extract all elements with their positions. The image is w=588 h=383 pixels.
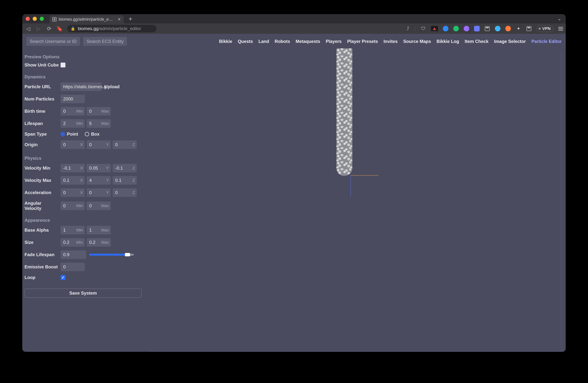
nav-bikkie[interactable]: Bikkie bbox=[219, 39, 232, 44]
angular-velocity-max-input[interactable]: 0Max bbox=[87, 202, 111, 210]
pip-icon[interactable] bbox=[485, 26, 490, 31]
admin-nav: Bikkie Quests Land Robots Metaquests Pla… bbox=[219, 39, 562, 44]
num-particles-input[interactable]: 2000 bbox=[61, 95, 85, 103]
nav-robots[interactable]: Robots bbox=[275, 39, 290, 44]
brave-rewards-icon[interactable] bbox=[431, 26, 438, 31]
label: Size bbox=[24, 240, 59, 245]
bookmark-icon[interactable]: 🔖 bbox=[56, 26, 63, 32]
extension-icon[interactable] bbox=[495, 26, 501, 31]
tab-title: biomes.gg/admin/particle_editc bbox=[59, 17, 114, 22]
birth-time-min-input[interactable]: 0Min bbox=[61, 107, 85, 116]
velocity-min-z-input[interactable]: -0.1Z bbox=[113, 164, 137, 172]
origin-x-input[interactable]: 0X bbox=[61, 141, 85, 149]
extension-icon[interactable] bbox=[464, 26, 469, 31]
row-lifespan: Lifespan 2Min 5Max bbox=[24, 117, 147, 130]
nav-players[interactable]: Players bbox=[326, 39, 342, 44]
close-window-button[interactable] bbox=[26, 17, 30, 21]
velocity-max-y-input[interactable]: 4Y bbox=[87, 176, 111, 185]
row-origin: Origin 0X 0Y 0Z bbox=[24, 139, 147, 151]
origin-z-input[interactable]: 0Z bbox=[113, 141, 137, 149]
acceleration-z-input[interactable]: 0Z bbox=[113, 188, 137, 197]
particle-preview bbox=[336, 48, 352, 176]
nav-player-presets[interactable]: Player Presets bbox=[347, 39, 378, 44]
save-system-button[interactable]: Save System bbox=[24, 289, 142, 298]
new-tab-button[interactable]: + bbox=[129, 16, 132, 22]
nav-bikkie-log[interactable]: Bikkie Log bbox=[437, 39, 459, 44]
label: Base Alpha bbox=[24, 227, 59, 233]
lifespan-max-input[interactable]: 5Max bbox=[87, 119, 111, 128]
base-alpha-min-input[interactable]: 1Min bbox=[61, 226, 85, 234]
row-birth-time: Birth time 0Min 0Max bbox=[24, 105, 147, 117]
span-type-point-radio[interactable]: Point bbox=[61, 132, 78, 137]
birth-time-max-input[interactable]: 0Max bbox=[87, 107, 111, 116]
menu-icon[interactable] bbox=[558, 27, 563, 30]
titlebar: biomes.gg/admin/particle_editc ✕ + ⌄ bbox=[22, 14, 566, 23]
section-preview-options: Preview Options bbox=[24, 54, 147, 60]
url-field[interactable]: 🔒 biomes.gg/admin/particle_editor bbox=[67, 25, 156, 32]
origin-y-input[interactable]: 0Y bbox=[87, 141, 111, 149]
span-type-box-radio[interactable]: Box bbox=[85, 132, 99, 137]
extension-icon[interactable] bbox=[505, 26, 511, 31]
nav-quests[interactable]: Quests bbox=[238, 39, 253, 44]
upload-button[interactable]: Upload bbox=[105, 84, 120, 89]
row-span-type: Span Type Point Box bbox=[24, 130, 147, 139]
lifespan-min-input[interactable]: 2Min bbox=[61, 119, 85, 128]
minimize-window-button[interactable] bbox=[33, 17, 37, 21]
nav-image-selector[interactable]: Image Selector bbox=[494, 39, 526, 44]
preview-canvas[interactable] bbox=[149, 51, 561, 352]
sidebar-icon[interactable] bbox=[526, 26, 531, 31]
show-unit-cube-checkbox[interactable] bbox=[61, 62, 65, 67]
back-icon[interactable]: ◁ bbox=[25, 26, 32, 32]
extension-icon[interactable] bbox=[443, 26, 448, 31]
angular-velocity-min-input[interactable]: 0Min bbox=[61, 202, 85, 210]
share-icon[interactable]: ⤴︎ bbox=[405, 26, 411, 31]
reload-icon[interactable]: ⟳ bbox=[46, 26, 52, 32]
velocity-max-z-input[interactable]: 0.1Z bbox=[113, 176, 137, 185]
size-max-input[interactable]: 0.2Max bbox=[87, 238, 111, 247]
url-text: biomes.gg/admin/particle_editor bbox=[78, 26, 141, 31]
nav-invites[interactable]: Invites bbox=[384, 39, 398, 44]
maximize-window-button[interactable] bbox=[40, 17, 44, 21]
row-show-unit-cube: Show Unit Cube bbox=[24, 60, 147, 69]
particle-url-input[interactable]: https://static.biomes.g bbox=[61, 82, 102, 91]
close-tab-icon[interactable]: ✕ bbox=[117, 17, 122, 21]
search-ecs-input[interactable]: Search ECS Entity bbox=[83, 37, 127, 46]
tabs-overflow-icon[interactable]: ⌄ bbox=[558, 16, 561, 21]
nav-item-check[interactable]: Item Check bbox=[465, 39, 488, 44]
label: Velocity Min bbox=[24, 165, 59, 171]
fade-lifespan-slider[interactable] bbox=[89, 254, 134, 256]
extensions-icon[interactable]: ✦ bbox=[516, 26, 521, 31]
lock-icon: 🔒 bbox=[71, 26, 75, 31]
base-alpha-max-input[interactable]: 1Max bbox=[87, 226, 111, 234]
acceleration-y-input[interactable]: 0Y bbox=[87, 188, 111, 197]
fade-lifespan-input[interactable]: 0.9 bbox=[61, 250, 86, 259]
vpn-button[interactable]: VPN bbox=[537, 25, 553, 32]
address-bar: ◁ ▷ ⟳ 🔖 🔒 biomes.gg/admin/particle_edito… bbox=[22, 23, 566, 34]
vpn-label: VPN bbox=[542, 26, 551, 31]
loop-checkbox[interactable] bbox=[61, 275, 65, 280]
window-controls bbox=[26, 17, 44, 21]
extension-icon[interactable] bbox=[474, 26, 480, 31]
row-fade-lifespan: Fade Lifespan 0.9 bbox=[24, 248, 147, 261]
row-acceleration: Acceleration 0X 0Y 0Z bbox=[24, 186, 147, 199]
vpn-status-dot bbox=[539, 27, 541, 30]
row-angular-velocity: Angular Velocity 0Min 0Max bbox=[24, 199, 147, 213]
velocity-min-y-input[interactable]: 0.05Y bbox=[87, 164, 111, 172]
velocity-min-x-input[interactable]: -0.1X bbox=[61, 164, 85, 172]
nav-source-maps[interactable]: Source Maps bbox=[403, 39, 431, 44]
admin-topbar: Search Username or ID Search ECS Entity … bbox=[22, 34, 566, 49]
nav-metaquests[interactable]: Metaquests bbox=[296, 39, 320, 44]
extension-icon[interactable] bbox=[453, 26, 459, 31]
size-min-input[interactable]: 0.2Min bbox=[61, 238, 85, 247]
shield-icon[interactable]: 🛡︎ bbox=[420, 26, 426, 31]
acceleration-x-input[interactable]: 0X bbox=[61, 188, 85, 197]
section-appearance: Appearence bbox=[24, 218, 147, 223]
nav-land[interactable]: Land bbox=[258, 39, 269, 44]
search-username-input[interactable]: Search Username or ID bbox=[26, 37, 80, 46]
browser-tab[interactable]: biomes.gg/admin/particle_editc ✕ bbox=[49, 15, 124, 23]
nav-particle-editor[interactable]: Particle Editor bbox=[531, 39, 562, 44]
velocity-max-x-input[interactable]: 0.1X bbox=[61, 176, 85, 185]
label: Loop bbox=[24, 275, 59, 280]
label: Velocity Max bbox=[24, 178, 59, 183]
emissive-boost-input[interactable]: 0 bbox=[61, 263, 85, 271]
